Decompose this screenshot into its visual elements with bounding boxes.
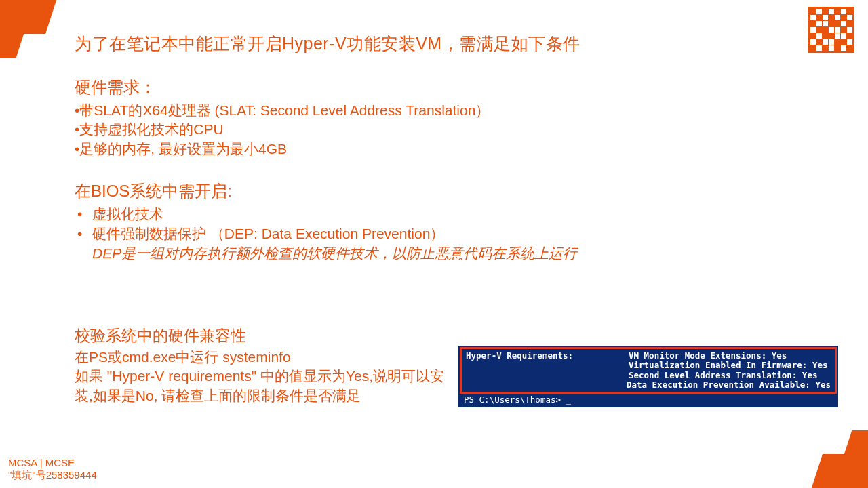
verify-line-1: 在PS或cmd.exe中运行 systeminfo (75, 348, 454, 367)
corner-decoration-bottom (804, 430, 868, 488)
bios-heading: 在BIOS系统中需开启: (75, 180, 793, 202)
bios-bullet-2: 硬件强制数据保护 （DEP: Data Execution Prevention… (75, 224, 793, 244)
verify-line-2: 如果 "Hyper-V requirements" 中的值显示为Yes,说明可以… (75, 367, 454, 405)
hw-bullet-3: •足够的内存, 最好设置为最小4GB (75, 140, 793, 159)
hw-bullet-1: •带SLAT的X64处理器 (SLAT: Second Level Addres… (75, 101, 793, 120)
main-content: 为了在笔记本中能正常开启Hyper-V功能安装VM，需满足如下条件 硬件需求： … (75, 33, 793, 263)
term-prompt: PS C:\Users\Thomas> _ (458, 394, 838, 405)
footer-line-1: MCSA | MCSE (8, 457, 97, 469)
bios-bullet-1: 虚拟化技术 (75, 205, 793, 224)
footer-line-2: "填坑"号258359444 (8, 469, 97, 481)
hardware-heading: 硬件需求： (75, 77, 793, 98)
highlight-box: Hyper-V Requirements:VM Monitor Mode Ext… (460, 347, 837, 394)
terminal-screenshot: Hyper-V Requirements:VM Monitor Mode Ext… (458, 346, 838, 407)
slide-title: 为了在笔记本中能正常开启Hyper-V功能安装VM，需满足如下条件 (75, 33, 793, 55)
term-row-2: Virtualization Enabled In Firmware: Yes (629, 361, 828, 370)
hw-bullet-2: •支持虚拟化技术的CPU (75, 120, 793, 139)
term-row-1: VM Monitor Mode Extensions: Yes (629, 351, 787, 361)
verify-block: 校验系统中的硬件兼容性 在PS或cmd.exe中运行 systeminfo 如果… (75, 325, 454, 405)
footer: MCSA | MCSE "填坑"号258359444 (8, 457, 97, 481)
bios-list: 虚拟化技术 硬件强制数据保护 （DEP: Data Execution Prev… (75, 205, 793, 244)
term-row-4: Data Execution Prevention Available: Yes (627, 380, 831, 390)
term-row-3: Second Level Address Translation: Yes (629, 371, 817, 380)
systeminfo-command: systeminfo (222, 349, 290, 365)
corner-decoration-top (0, 0, 64, 58)
term-label: Hyper-V Requirements: (466, 351, 629, 361)
verify-heading: 校验系统中的硬件兼容性 (75, 325, 454, 346)
dep-note: DEP是一组对内存执行额外检查的软硬件技术，以防止恶意代码在系统上运行 (75, 244, 793, 263)
verify-line-1a: 在PS或cmd.exe中运行 (75, 349, 222, 365)
qr-code-icon (808, 7, 854, 53)
